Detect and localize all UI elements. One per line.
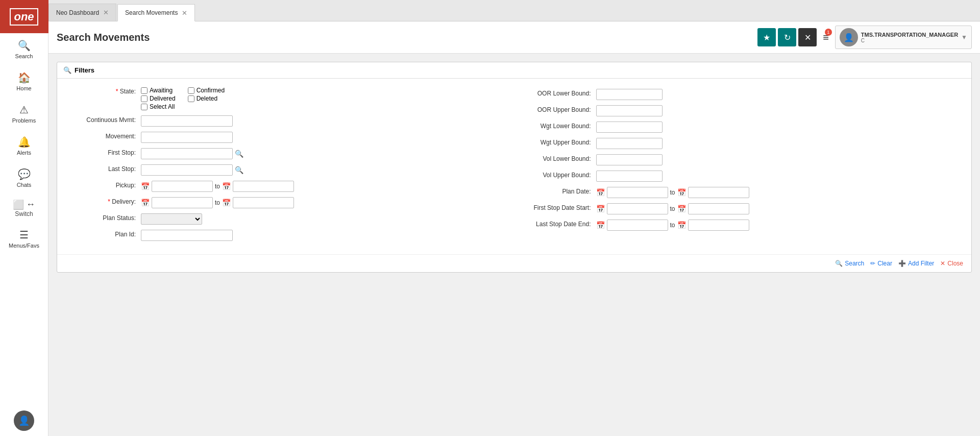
- user-info[interactable]: 👤 TMS.TRANSPORTATION_MANAGER C ▼: [835, 26, 972, 49]
- sidebar-item-search[interactable]: 🔍 Search: [0, 33, 48, 65]
- user-sub: C: [861, 38, 958, 43]
- user-dropdown-arrow: ▼: [961, 34, 967, 41]
- filter-actions: 🔍 Search ✏ Clear ➕ Add Filter ✕ Close: [57, 254, 971, 272]
- search-action[interactable]: 🔍 Search: [835, 260, 864, 267]
- sidebar-item-switch[interactable]: ⬜ ↔ Switch: [0, 194, 48, 223]
- switch-icon-left: ⬜: [13, 199, 24, 210]
- pickup-start-input[interactable]: [152, 181, 213, 192]
- toolbar-icon-group: ★ ↻ ✕: [757, 28, 817, 46]
- last-stop-date-end-input[interactable]: [688, 220, 749, 231]
- chat-icon: 💬: [18, 168, 31, 180]
- bell-icon: 🔔: [18, 136, 31, 148]
- checkbox-awaiting-input[interactable]: [141, 87, 148, 94]
- oor-upper-row: OOR Upper Bound:: [525, 105, 960, 116]
- vol-upper-label: Vol Upper Bound:: [525, 171, 596, 179]
- plan-id-input[interactable]: [141, 230, 233, 241]
- menu-button[interactable]: ≡ 1: [821, 30, 831, 45]
- last-stop-row: Last Stop: 🔍: [69, 164, 504, 176]
- delivery-cal-end-icon[interactable]: 📅: [222, 199, 231, 207]
- delivery-start-input[interactable]: [152, 197, 213, 208]
- first-stop-date-cal-end-icon[interactable]: 📅: [677, 205, 686, 213]
- pickup-date-range: 📅 to 📅: [141, 181, 294, 192]
- sidebar: one 🔍 Search 🏠 Home ⚠ Problems 🔔 Alerts …: [0, 0, 48, 436]
- checkbox-delivered-input[interactable]: [141, 95, 148, 102]
- vol-lower-input[interactable]: [596, 154, 663, 165]
- sidebar-item-problems[interactable]: ⚠ Problems: [0, 98, 48, 130]
- wgt-lower-input[interactable]: [596, 122, 663, 133]
- plan-date-end-input[interactable]: [688, 187, 749, 198]
- checkbox-awaiting[interactable]: Awaiting: [141, 87, 176, 94]
- oor-upper-input[interactable]: [596, 105, 663, 116]
- plan-status-label: Plan Status:: [69, 213, 141, 222]
- favorite-button[interactable]: ★: [757, 28, 776, 46]
- delivery-date-range: 📅 to 📅: [141, 197, 294, 208]
- first-stop-date-start-input[interactable]: [607, 203, 668, 214]
- checkbox-confirmed-input[interactable]: [188, 87, 194, 94]
- first-stop-date-row: First Stop Date Start: 📅 to 📅: [525, 203, 960, 214]
- checkbox-delivered[interactable]: Delivered: [141, 95, 176, 102]
- vol-upper-row: Vol Upper Bound:: [525, 171, 960, 182]
- last-stop-date-start-input[interactable]: [607, 220, 668, 231]
- last-stop-input[interactable]: [141, 164, 233, 176]
- checkbox-confirmed[interactable]: Confirmed: [188, 87, 225, 94]
- plan-date-cal-end-icon[interactable]: 📅: [677, 188, 686, 197]
- close-action[interactable]: ✕ Close: [940, 260, 963, 267]
- wgt-upper-label: Wgt Upper Bound:: [525, 138, 596, 146]
- refresh-button[interactable]: ↻: [778, 28, 796, 46]
- pickup-to-text: to: [215, 183, 220, 190]
- checkbox-select-all-input[interactable]: [141, 104, 148, 110]
- right-filters: OOR Lower Bound: OOR Upper Bound: Wgt Lo…: [525, 87, 960, 246]
- clear-action[interactable]: ✏ Clear: [870, 260, 892, 267]
- continuous-mvmt-label: Continuous Mvmt:: [69, 115, 141, 124]
- continuous-mvmt-input[interactable]: [141, 115, 233, 127]
- tab-search-movements[interactable]: Search Movements ✕: [117, 4, 195, 21]
- plan-id-row: Plan Id:: [69, 230, 504, 241]
- first-stop-date-end-input[interactable]: [688, 203, 749, 214]
- sidebar-avatar[interactable]: 👤: [14, 410, 34, 431]
- home-icon: 🏠: [18, 71, 31, 84]
- checkbox-group-left: Awaiting Delivered Select All: [141, 87, 176, 110]
- pickup-cal-start-icon[interactable]: 📅: [141, 182, 150, 190]
- sidebar-item-chats[interactable]: 💬 Chats: [0, 162, 48, 194]
- oor-lower-input[interactable]: [596, 89, 663, 100]
- vol-upper-input[interactable]: [596, 171, 663, 182]
- filters-header[interactable]: 🔍 Filters: [57, 62, 971, 79]
- checkbox-deleted[interactable]: Deleted: [188, 95, 225, 102]
- last-stop-date-cal-start-icon[interactable]: 📅: [596, 221, 605, 229]
- sidebar-item-home[interactable]: 🏠 Home: [0, 65, 48, 98]
- delivery-cal-start-icon[interactable]: 📅: [141, 199, 150, 207]
- last-stop-date-cal-end-icon[interactable]: 📅: [677, 221, 686, 229]
- app-logo[interactable]: one: [0, 0, 48, 33]
- tab-close-neo-dashboard[interactable]: ✕: [103, 9, 109, 16]
- tab-close-search-movements[interactable]: ✕: [182, 9, 187, 17]
- user-avatar: 👤: [840, 28, 858, 46]
- last-stop-date-label: Last Stop Date End:: [525, 220, 596, 228]
- plan-date-start-input[interactable]: [607, 187, 668, 198]
- tab-label-search-movements: Search Movements: [125, 9, 178, 16]
- close-tab-button[interactable]: ✕: [798, 28, 817, 46]
- first-stop-input[interactable]: [141, 148, 233, 159]
- wgt-upper-input[interactable]: [596, 138, 663, 149]
- filter-icon: 🔍: [63, 66, 71, 74]
- oor-upper-label: OOR Upper Bound:: [525, 105, 596, 113]
- tab-neo-dashboard[interactable]: Neo Dashboard ✕: [48, 4, 116, 21]
- plan-date-cal-start-icon[interactable]: 📅: [596, 188, 605, 197]
- delivery-end-input[interactable]: [233, 197, 294, 208]
- first-stop-date-cal-start-icon[interactable]: 📅: [596, 205, 605, 213]
- checkbox-deleted-input[interactable]: [188, 95, 194, 102]
- first-stop-date-to-text: to: [670, 205, 675, 212]
- checkbox-group-right: Confirmed Deleted: [188, 87, 225, 110]
- last-stop-search-button[interactable]: 🔍: [234, 166, 244, 174]
- wgt-lower-row: Wgt Lower Bound:: [525, 122, 960, 133]
- checkbox-select-all[interactable]: Select All: [141, 103, 176, 110]
- pickup-end-input[interactable]: [233, 181, 294, 192]
- first-stop-search-button[interactable]: 🔍: [234, 150, 244, 158]
- add-filter-action[interactable]: ➕ Add Filter: [898, 260, 934, 267]
- plan-status-select[interactable]: [141, 213, 202, 225]
- sidebar-item-alerts[interactable]: 🔔 Alerts: [0, 130, 48, 162]
- movement-input[interactable]: [141, 132, 233, 143]
- sidebar-item-menus-favs[interactable]: ☰ Menus/Favs: [0, 223, 48, 255]
- plan-date-to-text: to: [670, 189, 675, 196]
- pickup-cal-end-icon[interactable]: 📅: [222, 182, 231, 190]
- checkbox-confirmed-label: Confirmed: [197, 87, 225, 94]
